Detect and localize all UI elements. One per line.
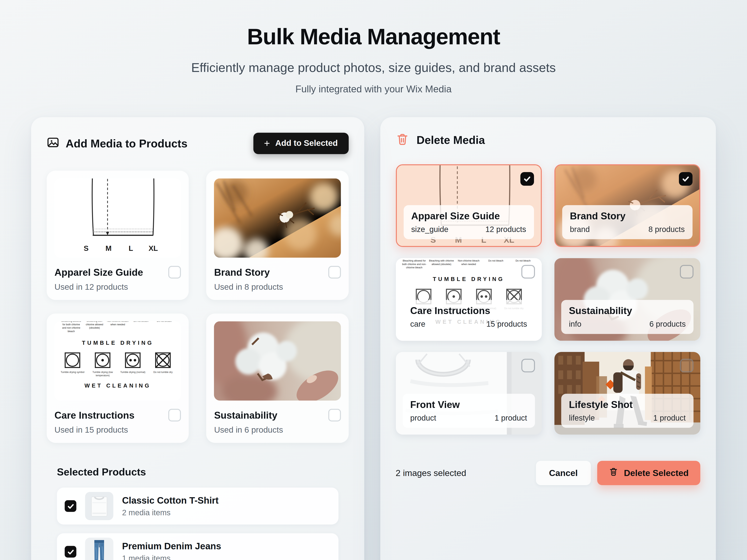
media-card-usage: Used in 8 products bbox=[214, 283, 341, 292]
media-product-count: 12 products bbox=[485, 225, 526, 234]
media-product-count: 15 products bbox=[486, 320, 527, 329]
delete-selected-button[interactable]: Delete Selected bbox=[597, 461, 700, 485]
delete-card-label: Sustainability info 6 products bbox=[561, 300, 694, 334]
tumble-dry-normal-icon: Tumble drying (normal) bbox=[120, 352, 146, 377]
delete-card-checkbox[interactable] bbox=[680, 359, 694, 372]
media-card-checkbox[interactable] bbox=[328, 266, 341, 278]
tumble-dry-symbol-icon: Tumble drying symbol bbox=[60, 352, 85, 377]
product-row-classic-cotton-tshirt: Classic Cotton T-Shirt 2 media items bbox=[57, 488, 338, 525]
media-product-count: 1 product bbox=[653, 414, 686, 423]
delete-card-front-view[interactable]: Front View product 1 product bbox=[396, 352, 542, 434]
product-name: Classic Cotton T-Shirt bbox=[122, 495, 218, 506]
product-checkbox[interactable] bbox=[65, 500, 76, 512]
bulk-media-management-screen: Bulk Media Management Efficiently manage… bbox=[0, 0, 747, 560]
media-card-title: Apparel Size Guide bbox=[54, 267, 143, 278]
delete-card-lifestyle-shot[interactable]: Lifestyle Shot lifestyle 1 product bbox=[554, 352, 700, 434]
selected-products-section: Selected Products bbox=[57, 466, 338, 560]
add-to-selected-button[interactable]: + Add to Selected bbox=[253, 133, 349, 154]
delete-media-panel: Delete Media S M bbox=[380, 117, 716, 560]
jeans-thumbnail bbox=[85, 538, 113, 560]
trash-icon bbox=[396, 133, 409, 148]
delete-footer: 2 images selected Cancel Delete Se bbox=[396, 461, 700, 485]
tumble-dry-low-icon: Tumble drying (low temperature) bbox=[90, 352, 115, 377]
brand-story-image bbox=[214, 179, 341, 258]
media-product-count: 8 products bbox=[648, 225, 685, 234]
delete-selected-label: Delete Selected bbox=[624, 468, 689, 478]
size-guide-image: S M L XL bbox=[54, 179, 181, 258]
media-card-title: Sustainability bbox=[214, 409, 277, 421]
delete-card-checkbox[interactable] bbox=[521, 265, 535, 278]
delete-card-checkbox[interactable] bbox=[680, 265, 694, 278]
product-media-count: 1 media items bbox=[122, 554, 222, 560]
selected-products-title: Selected Products bbox=[57, 466, 338, 478]
media-grid: S M L XL Apparel Size Guide Used in 12 p… bbox=[47, 171, 349, 443]
delete-card-apparel-size-guide[interactable]: S M L XL Apparel Size Guide size_guide bbox=[396, 164, 542, 247]
delete-card-label: Apparel Size Guide size_guide 12 product… bbox=[404, 205, 534, 239]
media-product-count: 6 products bbox=[649, 320, 686, 329]
media-product-count: 1 product bbox=[495, 414, 527, 423]
add-to-selected-label: Add to Selected bbox=[275, 139, 338, 149]
delete-card-label: Brand Story brand 8 products bbox=[562, 205, 693, 239]
delete-card-brand-story[interactable]: Brand Story brand 8 products bbox=[554, 164, 700, 247]
media-tag: care bbox=[410, 320, 426, 329]
media-card-usage: Used in 6 products bbox=[214, 425, 341, 435]
page-subtitle: Efficiently manage product photos, size … bbox=[0, 60, 747, 76]
svg-text:L: L bbox=[129, 244, 133, 252]
delete-card-checkbox[interactable] bbox=[679, 172, 693, 186]
media-card-care-instructions: Bleaching allowed for both chlorine and … bbox=[47, 314, 189, 443]
media-card-title: Care Instructions bbox=[54, 409, 134, 421]
delete-card-label: Lifestyle Shot lifestyle 1 product bbox=[561, 394, 694, 428]
sustainability-image bbox=[214, 321, 341, 401]
tshirt-thumbnail bbox=[85, 492, 113, 520]
media-card-title: Brand Story bbox=[214, 267, 270, 278]
media-card-checkbox[interactable] bbox=[169, 266, 181, 278]
media-tag: size_guide bbox=[411, 225, 448, 234]
product-checkbox[interactable] bbox=[65, 546, 76, 558]
delete-card-label: Front View product 1 product bbox=[403, 394, 535, 428]
care-instructions-image: Bleaching allowed for both chlorine and … bbox=[54, 321, 181, 401]
product-row-premium-denim-jeans: Premium Denim Jeans 1 media items bbox=[57, 533, 338, 560]
cancel-button[interactable]: Cancel bbox=[536, 461, 591, 485]
media-tag: brand bbox=[570, 225, 590, 234]
media-card-usage: Used in 12 products bbox=[54, 283, 181, 292]
product-media-count: 2 media items bbox=[122, 508, 218, 517]
media-tag: lifestyle bbox=[569, 414, 595, 423]
media-card-checkbox[interactable] bbox=[328, 409, 341, 422]
svg-text:S: S bbox=[84, 244, 88, 252]
media-card-usage: Used in 15 products bbox=[54, 425, 181, 435]
add-media-panel: Add Media to Products + Add to Selected bbox=[31, 117, 364, 560]
plus-icon: + bbox=[264, 139, 270, 148]
page-title: Bulk Media Management bbox=[0, 23, 747, 50]
media-card-apparel-size-guide: S M L XL Apparel Size Guide Used in 12 p… bbox=[47, 171, 189, 300]
delete-panel-title: Delete Media bbox=[416, 134, 485, 147]
delete-card-sustainability[interactable]: Sustainability info 6 products bbox=[554, 258, 700, 341]
trash-icon-small bbox=[609, 467, 618, 479]
media-tag: info bbox=[569, 320, 581, 329]
delete-card-label: Care Instructions care 15 products bbox=[403, 300, 535, 334]
page-tagline: Fully integrated with your Wix Media bbox=[0, 84, 747, 95]
do-not-tumble-dry-icon: Do not tumble dry bbox=[150, 352, 176, 377]
delete-card-checkbox[interactable] bbox=[520, 172, 534, 186]
image-icon bbox=[47, 136, 59, 151]
media-card-brand-story: Brand Story Used in 8 products bbox=[206, 171, 349, 300]
delete-card-checkbox[interactable] bbox=[521, 359, 535, 372]
selection-summary: 2 images selected bbox=[396, 468, 466, 478]
product-name: Premium Denim Jeans bbox=[122, 541, 222, 552]
svg-text:XL: XL bbox=[149, 244, 158, 252]
delete-grid: S M L XL Apparel Size Guide size_guide bbox=[396, 164, 700, 434]
add-panel-title: Add Media to Products bbox=[66, 137, 187, 150]
media-card-checkbox[interactable] bbox=[169, 409, 181, 422]
svg-text:M: M bbox=[105, 244, 111, 252]
media-tag: product bbox=[410, 414, 436, 423]
media-card-sustainability: Sustainability Used in 6 products bbox=[206, 314, 349, 443]
delete-card-care-instructions[interactable]: Bleaching allowed for both chlorine and … bbox=[396, 258, 542, 341]
page-header: Bulk Media Management Efficiently manage… bbox=[0, 0, 747, 95]
